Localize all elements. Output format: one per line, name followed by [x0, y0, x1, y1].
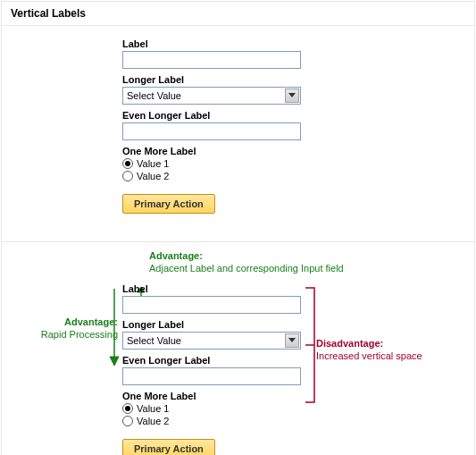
field-label-text: Label	[122, 283, 319, 294]
radio-label: Value 1	[137, 158, 170, 169]
radio-label: Value 2	[137, 416, 170, 426]
annotation-title: Disadvantage:	[316, 338, 383, 349]
field-one-more-label: One More Label Value 1 Value 2	[122, 391, 319, 426]
radio-label: Value 1	[137, 403, 170, 414]
primary-action-button[interactable]: Primary Action	[122, 194, 215, 214]
primary-action-button[interactable]: Primary Action	[122, 439, 215, 455]
radio-icon	[122, 416, 133, 426]
field-even-longer-label-text: Even Longer Label	[122, 355, 319, 366]
annotation-title: Advantage:	[149, 250, 203, 261]
field-even-longer-label: Even Longer Label	[122, 110, 319, 140]
annotation-advantage-rapid: Advantage: Rapid Processing	[18, 316, 118, 341]
annotation-text: Increased vertical space	[316, 350, 422, 361]
field-one-more-label: One More Label Value 1 Value 2	[122, 146, 319, 181]
annotation-advantage-adjacent: Advantage: Adjacent Label and correspond…	[149, 249, 417, 275]
even-longer-label-input[interactable]	[122, 367, 301, 385]
primary-action-label: Primary Action	[134, 443, 204, 454]
chevron-down-icon	[285, 88, 299, 103]
field-longer-label-text: Longer Label	[122, 74, 319, 85]
demo-container: Vertical Labels Label Longer Label Selec…	[1, 1, 475, 455]
svg-marker-5	[110, 357, 119, 366]
radio-option-2[interactable]: Value 2	[122, 171, 319, 181]
label-input[interactable]	[122, 51, 301, 69]
form-plain: Label Longer Label Select Value Even Lon…	[122, 38, 319, 214]
longer-label-select[interactable]: Select Value	[122, 87, 301, 105]
field-label: Label	[122, 283, 319, 314]
form-annotated: Label Longer Label Select Value Even Lon…	[122, 283, 319, 455]
chevron-down-icon	[285, 333, 299, 348]
radio-option-2[interactable]: Value 2	[122, 416, 319, 426]
field-one-more-label-text: One More Label	[122, 146, 319, 156]
annotation-text: Adjacent Label and corresponding Input f…	[149, 263, 344, 274]
select-value: Select Value	[127, 90, 181, 101]
svg-marker-7	[288, 338, 296, 342]
field-longer-label: Longer Label Select Value	[122, 74, 319, 105]
select-value: Select Value	[127, 335, 181, 346]
label-input[interactable]	[122, 296, 301, 314]
panel-plain: Label Longer Label Select Value Even Lon…	[2, 26, 474, 242]
field-even-longer-label-text: Even Longer Label	[122, 110, 319, 121]
radio-group: Value 1 Value 2	[122, 403, 319, 426]
field-longer-label: Longer Label Select Value	[122, 319, 319, 350]
svg-marker-0	[288, 93, 296, 97]
radio-icon	[122, 171, 133, 181]
field-label: Label	[122, 38, 319, 69]
section-header: Vertical Labels	[2, 2, 474, 26]
longer-label-select[interactable]: Select Value	[122, 332, 301, 350]
section-title: Vertical Labels	[11, 7, 86, 20]
field-label-text: Label	[122, 38, 319, 49]
radio-group: Value 1 Value 2	[122, 158, 319, 181]
field-even-longer-label: Even Longer Label	[122, 355, 319, 385]
field-one-more-label-text: One More Label	[122, 391, 319, 401]
radio-label: Value 2	[137, 171, 170, 181]
radio-icon	[122, 158, 133, 169]
primary-action-label: Primary Action	[134, 198, 204, 209]
annotation-disadvantage: Disadvantage: Increased vertical space	[316, 337, 468, 363]
panel-annotated: Advantage: Adjacent Label and correspond…	[2, 242, 474, 455]
even-longer-label-input[interactable]	[122, 122, 301, 140]
radio-icon	[122, 403, 133, 414]
radio-option-1[interactable]: Value 1	[122, 403, 319, 414]
field-longer-label-text: Longer Label	[122, 319, 319, 330]
radio-option-1[interactable]: Value 1	[122, 158, 319, 169]
annotation-text: Rapid Processing	[41, 329, 118, 340]
arrow-down-icon	[108, 289, 121, 366]
